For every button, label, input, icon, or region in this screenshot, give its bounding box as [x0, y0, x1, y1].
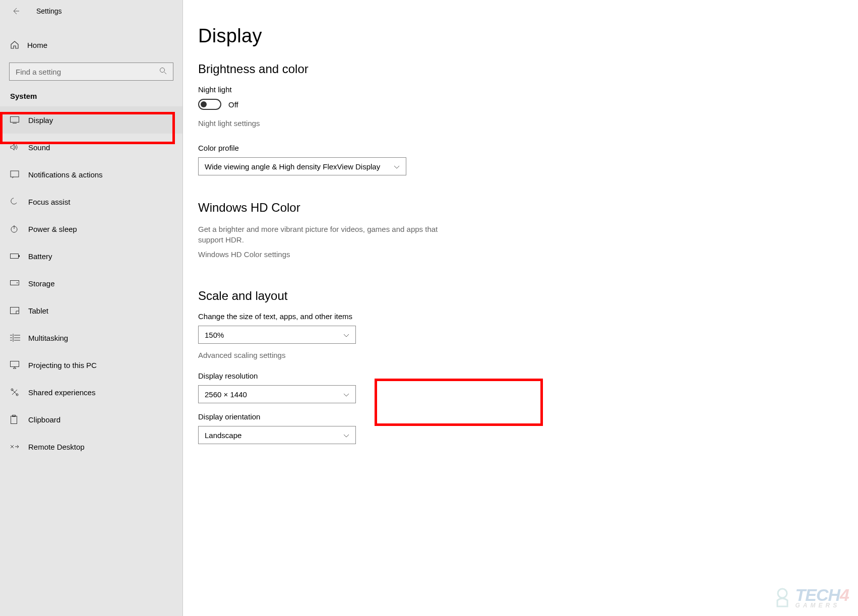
svg-rect-4 — [11, 254, 19, 259]
focus-assist-icon — [10, 197, 20, 206]
sidebar-header: Settings — [0, 0, 182, 22]
sidebar-item-label: Tablet — [28, 306, 48, 315]
sidebar-item-label: Multitasking — [28, 334, 68, 342]
notifications-icon — [10, 170, 20, 178]
sidebar-item-power-sleep[interactable]: Power & sleep — [0, 215, 182, 242]
sidebar-item-sound[interactable]: Sound — [0, 134, 182, 161]
section-brightness-title: Brightness and color — [198, 62, 858, 76]
resolution-dropdown[interactable]: 2560 × 1440 — [198, 385, 356, 403]
watermark-num: 4 — [840, 585, 849, 604]
projecting-icon — [10, 361, 20, 369]
sidebar-item-label: Battery — [28, 252, 52, 261]
watermark: TECH4 GAMERS — [772, 585, 849, 609]
section-scale-title: Scale and layout — [198, 289, 858, 303]
multitasking-icon — [10, 334, 20, 342]
sidebar: Settings Home System Display Sound Notif… — [0, 0, 183, 616]
sidebar-item-label: Clipboard — [28, 415, 60, 424]
app-title: Settings — [36, 7, 62, 15]
text-size-value: 150% — [205, 331, 224, 339]
svg-rect-5 — [19, 255, 20, 257]
section-hdcolor-title: Windows HD Color — [198, 201, 858, 215]
color-profile-dropdown[interactable]: Wide viewing angle & High density FlexVi… — [198, 157, 406, 175]
sidebar-item-focus-assist[interactable]: Focus assist — [0, 188, 182, 215]
sidebar-item-tablet[interactable]: Tablet — [0, 297, 182, 324]
resolution-value: 2560 × 1440 — [205, 390, 247, 399]
svg-rect-9 — [11, 361, 19, 367]
sidebar-item-label: Focus assist — [28, 198, 70, 206]
night-light-settings-link[interactable]: Night light settings — [198, 119, 858, 128]
nav-home-label: Home — [27, 41, 47, 49]
svg-rect-2 — [11, 171, 19, 177]
sidebar-item-label: Power & sleep — [28, 225, 77, 233]
clipboard-icon — [10, 415, 20, 424]
chevron-down-icon — [343, 431, 349, 440]
svg-point-7 — [17, 282, 18, 283]
orientation-value: Landscape — [205, 431, 241, 440]
sidebar-item-label: Remote Desktop — [28, 443, 85, 451]
page-title: Display — [198, 25, 858, 47]
sidebar-item-shared-experiences[interactable]: Shared experiences — [0, 379, 182, 406]
hdcolor-description: Get a brighter and more vibrant picture … — [198, 224, 460, 245]
sidebar-item-label: Storage — [28, 279, 55, 288]
chevron-down-icon — [343, 390, 349, 399]
back-arrow-icon[interactable] — [11, 7, 20, 16]
remote-desktop-icon — [10, 443, 20, 450]
sidebar-item-clipboard[interactable]: Clipboard — [0, 406, 182, 433]
storage-icon — [10, 280, 20, 286]
power-icon — [10, 225, 20, 233]
search-box[interactable] — [9, 63, 173, 81]
color-profile-value: Wide viewing angle & High density FlexVi… — [205, 162, 380, 171]
sidebar-item-label: Notifications & actions — [28, 170, 103, 179]
search-input[interactable] — [16, 68, 159, 76]
sidebar-item-multitasking[interactable]: Multitasking — [0, 324, 182, 351]
tablet-icon — [10, 307, 20, 315]
color-profile-label: Color profile — [198, 144, 858, 152]
shared-icon — [10, 388, 20, 397]
text-size-label: Change the size of text, apps, and other… — [198, 312, 858, 321]
battery-icon — [10, 253, 20, 259]
sound-icon — [10, 143, 20, 151]
display-icon — [10, 116, 20, 124]
night-light-state: Off — [228, 100, 238, 109]
sidebar-item-display[interactable]: Display — [0, 106, 182, 134]
advanced-scaling-link[interactable]: Advanced scaling settings — [198, 351, 858, 359]
sidebar-item-storage[interactable]: Storage — [0, 270, 182, 297]
sidebar-item-label: Display — [28, 116, 53, 125]
hdcolor-settings-link[interactable]: Windows HD Color settings — [198, 250, 858, 259]
sidebar-item-projecting[interactable]: Projecting to this PC — [0, 351, 182, 379]
night-light-label: Night light — [198, 85, 858, 94]
main-content: Display Brightness and color Night light… — [183, 0, 858, 616]
sidebar-item-battery[interactable]: Battery — [0, 242, 182, 270]
sidebar-item-label: Projecting to this PC — [28, 361, 97, 369]
night-light-toggle[interactable] — [198, 99, 221, 110]
svg-point-0 — [160, 68, 165, 73]
svg-rect-8 — [11, 307, 19, 314]
chevron-down-icon — [343, 331, 349, 339]
svg-rect-12 — [11, 416, 17, 424]
nav-home[interactable]: Home — [0, 31, 182, 58]
night-light-toggle-row: Off — [198, 99, 858, 110]
search-icon — [159, 67, 167, 76]
home-icon — [10, 40, 19, 49]
text-size-dropdown[interactable]: 150% — [198, 326, 356, 344]
resolution-label: Display resolution — [198, 372, 858, 380]
orientation-label: Display orientation — [198, 412, 858, 421]
sidebar-item-label: Shared experiences — [28, 388, 95, 397]
sidebar-item-notifications[interactable]: Notifications & actions — [0, 161, 182, 188]
sidebar-item-remote-desktop[interactable]: Remote Desktop — [0, 433, 182, 460]
search-wrap — [0, 63, 182, 81]
sidebar-item-label: Sound — [28, 143, 50, 152]
svg-rect-1 — [11, 117, 19, 122]
svg-point-14 — [778, 589, 787, 598]
chevron-down-icon — [394, 162, 400, 171]
orientation-dropdown[interactable]: Landscape — [198, 426, 356, 444]
category-heading: System — [0, 81, 182, 106]
